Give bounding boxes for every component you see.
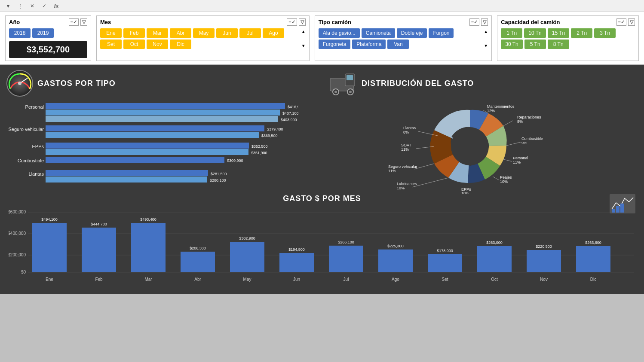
filter-cap-5tn[interactable]: 5 Tn [524,40,546,49]
filter-tipo-icon2[interactable]: ▽ [481,18,488,26]
donut-chart-svg: Mantenimientos 12% Reparaciones 8% Combu… [328,99,612,194]
filter-mes-jul[interactable]: Jul [239,28,261,38]
svg-rect-111 [428,254,462,272]
filter-tipo-doble[interactable]: Doble eje [397,28,427,38]
filter-tipo-icon1[interactable]: ≡✓ [469,18,479,26]
filter-mes-jun[interactable]: Jun [216,28,238,38]
svg-rect-117 [527,250,561,272]
svg-text:11%: 11% [513,160,521,164]
toolbar-btn-fx[interactable]: fx [52,1,61,11]
filter-capacidad-buttons: 1 Tn 10 Tn 15 Tn 2 Tn 3 Tn 30 Tn 5 Tn 8 … [501,28,635,49]
filter-cap-2tn[interactable]: 2 Tn [571,28,592,38]
svg-text:12%: 12% [487,109,495,113]
vbar-chart-svg: $600,000 $400,000 $200,000 $0 $494,100 E… [9,206,636,289]
filter-ano-label: Año [9,19,20,25]
filter-tipo-furgoneta[interactable]: Furgoneta [319,40,351,49]
svg-rect-11 [46,125,264,131]
tipo-scroll-down[interactable]: ▼ [484,43,488,48]
svg-rect-8 [46,116,278,122]
svg-text:$280,100: $280,100 [210,178,226,183]
filter-ano: Año ≡✓ ▽ 2018 2019 $3,552,700 [5,15,91,61]
svg-text:$309,900: $309,900 [227,158,243,163]
filter-cap-10tn[interactable]: 10 Tn [524,28,546,38]
filter-mes-header: Mes ≡✓ ▽ [100,18,306,26]
mes-scroll-up[interactable]: ▲ [301,29,306,34]
svg-text:Personal: Personal [25,104,44,110]
mes-scroll-down[interactable]: ▼ [301,43,306,48]
svg-rect-24 [46,170,208,176]
svg-text:Set: Set [442,277,448,282]
filter-ano-icon1[interactable]: ≡✓ [69,18,79,26]
svg-text:$400,000: $400,000 [9,231,26,236]
toolbar-btn-dots[interactable]: ⋮ [15,1,25,11]
filter-mes-icon1[interactable]: ≡✓ [287,18,297,26]
svg-text:Mar: Mar [144,277,152,282]
svg-text:SOAT: SOAT [401,143,411,147]
svg-text:$302,900: $302,900 [239,236,255,240]
svg-rect-77 [616,206,619,213]
filter-capacidad-label: Capacidad del camión [501,19,560,25]
charts-top-row: GASTOS POR TIPO Personal $416,900 $407,1… [0,65,644,190]
svg-text:$407,100: $407,100 [282,111,298,116]
svg-line-57 [503,159,512,161]
svg-rect-6 [46,110,280,116]
svg-rect-102 [279,253,314,272]
svg-text:$194,800: $194,800 [288,247,305,252]
speedometer-icon [6,70,34,97]
svg-point-44 [349,91,352,93]
filter-tipo-plataforma[interactable]: Plataforma [352,40,386,49]
filter-mes-ene[interactable]: Ene [100,28,122,38]
svg-text:$379,400: $379,400 [267,127,283,131]
filter-cap-1tn[interactable]: 1 Tn [501,28,522,38]
filter-tipo-ala[interactable]: Ala de gavio... [319,28,360,38]
filter-tipo-camioneta[interactable]: Camioneta [362,28,395,38]
filter-mes-mar[interactable]: Mar [147,28,168,38]
svg-text:$0: $0 [21,270,26,274]
svg-text:$266,100: $266,100 [338,240,354,244]
filter-ano-icon2[interactable]: ▽ [80,18,87,26]
filter-tipo-van[interactable]: Van [387,40,409,49]
filter-capacidad-icon2[interactable]: ▽ [628,18,635,26]
svg-text:$200,000: $200,000 [9,252,26,257]
year-total: $3,552,700 [9,41,87,58]
filter-mes-may[interactable]: May [193,28,215,38]
filter-ano-2018[interactable]: 2018 [9,28,31,38]
svg-rect-114 [477,246,512,272]
filter-capacidad-icon1[interactable]: ≡✓ [616,18,626,26]
svg-rect-18 [46,149,248,155]
filter-mes-set[interactable]: Set [100,40,122,49]
svg-text:Seguro vehicular: Seguro vehicular [388,164,417,169]
svg-text:$369,500: $369,500 [261,134,278,138]
svg-text:Lubricantes: Lubricantes [397,182,417,186]
svg-rect-108 [378,249,413,272]
svg-point-2 [18,82,21,85]
svg-text:$263,600: $263,600 [585,240,601,245]
filter-ano-buttons: 2018 2019 [9,28,87,38]
tipo-scroll-up[interactable]: ▲ [484,29,488,34]
filter-mes-nov[interactable]: Nov [147,40,168,49]
filter-mes-oct[interactable]: Oct [123,40,145,49]
filter-mes-ago[interactable]: Ago [263,28,284,38]
svg-point-42 [334,91,337,93]
gasto-mes-title: GASTO $ POR MES [283,194,361,203]
toolbar-btn-arrow[interactable]: ▼ [3,1,13,11]
filter-mes-dic[interactable]: Dic [170,40,191,49]
svg-text:$178,000: $178,000 [437,249,453,253]
filter-area: Año ≡✓ ▽ 2018 2019 $3,552,700 Mes ≡✓ ▽ E… [0,12,644,65]
toolbar-btn-close[interactable]: ✕ [28,1,37,11]
filter-mes-abr[interactable]: Abr [170,28,191,38]
filter-mes-feb[interactable]: Feb [123,28,145,38]
svg-text:$494,100: $494,100 [41,217,58,222]
filter-ano-2019[interactable]: 2019 [32,28,54,38]
toolbar-btn-check[interactable]: ✓ [40,1,49,11]
svg-text:10%: 10% [500,179,508,184]
filter-tipo-furgon[interactable]: Furgon [429,28,454,38]
svg-rect-99 [230,242,264,272]
filter-cap-30tn[interactable]: 30 Tn [501,40,522,49]
filter-cap-3tn[interactable]: 3 Tn [594,28,616,38]
filter-cap-8tn[interactable]: 8 Tn [548,40,569,49]
filter-mes-icon2[interactable]: ▽ [299,18,306,26]
svg-text:$206,300: $206,300 [190,246,206,250]
svg-text:Combustible: Combustible [18,158,44,163]
filter-cap-15tn[interactable]: 15 Tn [548,28,569,38]
